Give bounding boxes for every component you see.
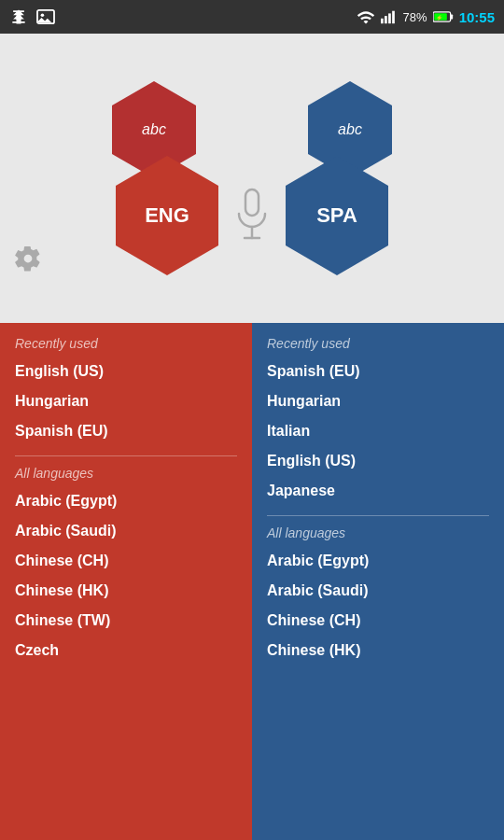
svg-marker-16 — [286, 156, 388, 275]
battery-icon: ⚡ — [433, 10, 454, 23]
wifi-icon — [357, 9, 375, 24]
left-lang-chinese-hk[interactable]: Chinese (HK) — [15, 576, 237, 606]
svg-rect-2 — [381, 19, 384, 23]
right-lang-arabic-saudi[interactable]: Arabic (Saudi) — [267, 576, 489, 606]
svg-marker-12 — [116, 156, 218, 275]
status-right-icons: 78% ⚡ 10:55 — [357, 9, 495, 25]
left-lang-czech[interactable]: Czech — [15, 636, 237, 665]
svg-text:⚡: ⚡ — [436, 14, 443, 21]
image-icon — [35, 8, 56, 25]
right-main-hex[interactable]: SPA — [286, 156, 388, 275]
status-bar: 78% ⚡ 10:55 — [0, 0, 504, 34]
gear-icon[interactable] — [14, 245, 42, 276]
signal-icon — [381, 9, 398, 24]
mic-button[interactable] — [235, 188, 269, 244]
left-recently-used-label: Recently used — [15, 336, 237, 351]
left-lang-hungarian[interactable]: Hungarian — [15, 386, 237, 416]
right-lang-arabic-egypt[interactable]: Arabic (Egypt) — [267, 546, 489, 576]
left-main-hex[interactable]: ENG — [116, 156, 218, 275]
language-columns: Recently used English (US) Hungarian Spa… — [0, 323, 504, 840]
svg-rect-3 — [385, 16, 387, 23]
battery-percent: 78% — [403, 10, 427, 24]
svg-rect-7 — [450, 14, 453, 19]
right-lang-chinese-ch[interactable]: Chinese (CH) — [267, 606, 489, 636]
left-lang-chinese-ch[interactable]: Chinese (CH) — [15, 546, 237, 576]
clock: 10:55 — [459, 9, 495, 25]
left-lang-arabic-egypt[interactable]: Arabic (Egypt) — [15, 486, 237, 516]
left-all-languages-label: All languages — [15, 466, 237, 481]
left-language-column: Recently used English (US) Hungarian Spa… — [0, 323, 252, 840]
right-lang-spanish-eu[interactable]: Spanish (EU) — [267, 357, 489, 386]
right-recently-used-label: Recently used — [267, 336, 489, 351]
header-area: abc abc ENG — [0, 34, 504, 323]
right-lang-italian[interactable]: Italian — [267, 416, 489, 446]
right-lang-hungarian[interactable]: Hungarian — [267, 386, 489, 416]
svg-rect-4 — [388, 13, 391, 23]
left-lang-chinese-tw[interactable]: Chinese (TW) — [15, 606, 237, 636]
left-lang-spanish-eu[interactable]: Spanish (EU) — [15, 416, 237, 446]
right-all-languages-label: All languages — [267, 525, 489, 540]
right-divider-1 — [267, 515, 489, 516]
right-lang-english-us[interactable]: English (US) — [267, 446, 489, 476]
right-lang-japanese[interactable]: Japanese — [267, 476, 489, 506]
status-left-icons — [9, 7, 56, 26]
upload-icon — [9, 7, 28, 26]
svg-rect-13 — [245, 189, 259, 216]
right-language-column: Recently used Spanish (EU) Hungarian Ita… — [252, 323, 504, 840]
left-lang-arabic-saudi[interactable]: Arabic (Saudi) — [15, 516, 237, 546]
left-lang-english-us[interactable]: English (US) — [15, 357, 237, 386]
right-lang-chinese-hk[interactable]: Chinese (HK) — [267, 636, 489, 665]
svg-point-1 — [41, 13, 45, 17]
left-divider-1 — [15, 455, 237, 456]
svg-rect-5 — [392, 11, 395, 24]
